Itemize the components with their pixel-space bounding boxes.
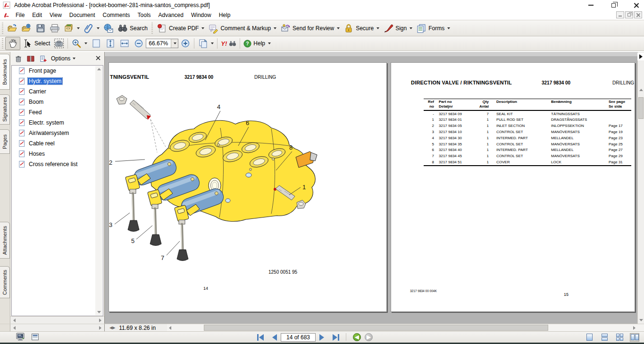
zoom-level-input[interactable] bbox=[146, 39, 171, 48]
new-bookmark-button[interactable] bbox=[39, 54, 47, 63]
forms-button[interactable]: Forms bbox=[414, 22, 452, 34]
bookmark-boom[interactable]: Boom bbox=[12, 97, 103, 107]
fit-page-button[interactable] bbox=[89, 37, 103, 50]
reading-mode-button[interactable] bbox=[31, 333, 39, 342]
scroll-up-button[interactable] bbox=[639, 89, 643, 91]
bookmark-feed[interactable]: Feed bbox=[12, 107, 103, 117]
close-panel-button[interactable] bbox=[96, 55, 100, 62]
bookmark-hydr-system[interactable]: Hydr. system bbox=[12, 76, 103, 86]
toolbar-grip[interactable] bbox=[1, 38, 4, 49]
scroll-right-button[interactable] bbox=[99, 326, 101, 330]
panel-splitter-handle[interactable]: ◀▶ bbox=[109, 326, 115, 330]
open-web-button[interactable] bbox=[19, 22, 33, 34]
bookmark-electr-system[interactable]: Electr. system bbox=[12, 117, 103, 128]
scroll-down-button[interactable] bbox=[639, 319, 643, 321]
help-button[interactable]: ? Help bbox=[242, 39, 273, 49]
menu-view[interactable]: View bbox=[46, 11, 66, 19]
fullscreen-button[interactable] bbox=[16, 333, 25, 342]
bookmark-hoses[interactable]: Hoses bbox=[12, 149, 103, 159]
scrollbar-thumb[interactable] bbox=[204, 325, 548, 331]
continuous-facing-button[interactable] bbox=[615, 333, 624, 342]
create-pdf-button[interactable]: Create PDF bbox=[155, 22, 206, 34]
bookmarks-footer-scrollbar[interactable] bbox=[10, 324, 105, 331]
save-button[interactable] bbox=[33, 22, 48, 34]
continuous-button[interactable] bbox=[600, 333, 609, 342]
next-page-button[interactable] bbox=[319, 334, 324, 341]
secure-button[interactable]: Secure bbox=[342, 22, 381, 34]
document-vertical-scrollbar[interactable] bbox=[637, 52, 644, 324]
search-button[interactable]: Search bbox=[116, 22, 150, 34]
fit-height-button[interactable] bbox=[103, 37, 117, 50]
document-minimize-button[interactable] bbox=[616, 11, 624, 18]
bookmark-air-watersystem[interactable]: Air/watersystem bbox=[12, 128, 103, 138]
document-pane[interactable]: TNINGSVENTIL 3217 9834 00 DRILLING bbox=[105, 52, 644, 324]
sign-button[interactable]: Sign bbox=[381, 22, 414, 34]
zoom-out-button[interactable] bbox=[132, 37, 146, 50]
scroll-right-button[interactable] bbox=[633, 326, 636, 330]
scrollbar-thumb[interactable] bbox=[638, 97, 644, 119]
tab-signatures[interactable]: Signatures bbox=[0, 94, 10, 125]
yahoo-search-button[interactable]: Y! bbox=[219, 39, 238, 48]
comment-markup-button[interactable]: Comment & Markup bbox=[206, 22, 278, 34]
delete-bookmark-button[interactable] bbox=[14, 54, 23, 63]
tab-comments[interactable]: Comments bbox=[0, 266, 10, 298]
last-page-button[interactable] bbox=[333, 334, 339, 341]
bookmark-front-page[interactable]: Front page bbox=[12, 66, 103, 76]
next-view-button[interactable]: ▶ bbox=[365, 333, 373, 341]
select-tool-button[interactable]: Select bbox=[20, 37, 52, 50]
single-page-button[interactable] bbox=[585, 333, 594, 342]
menu-edit[interactable]: Edit bbox=[28, 11, 46, 19]
toolbar-grip[interactable] bbox=[1, 22, 4, 34]
tab-pages[interactable]: Pages bbox=[0, 129, 10, 154]
facing-button[interactable] bbox=[630, 333, 639, 342]
menu-window[interactable]: Window bbox=[187, 11, 215, 19]
bookmark-cross-reference-list[interactable]: Cross reference list bbox=[12, 159, 103, 169]
bookmarks-vertical-scrollbar[interactable] bbox=[95, 66, 102, 315]
restore-button[interactable] bbox=[609, 1, 618, 9]
attach-button[interactable] bbox=[82, 22, 101, 34]
document-horizontal-scrollbar[interactable] bbox=[167, 324, 644, 331]
print-button[interactable] bbox=[48, 22, 62, 34]
zoom-level-dropdown[interactable] bbox=[171, 39, 178, 48]
close-button[interactable] bbox=[632, 1, 640, 9]
tab-bookmarks[interactable]: Bookmarks bbox=[0, 54, 10, 90]
previous-page-button[interactable] bbox=[272, 334, 277, 341]
document-close-button[interactable] bbox=[634, 11, 642, 18]
scroll-up-button[interactable] bbox=[97, 68, 101, 70]
fit-width-button[interactable] bbox=[117, 37, 132, 50]
email-button[interactable] bbox=[101, 22, 116, 34]
page-15[interactable]: DIRECTION VALVE / RIKTNINGSVENTIL 3217 9… bbox=[391, 62, 635, 312]
scroll-left-button[interactable] bbox=[169, 326, 171, 330]
menu-file[interactable]: File bbox=[12, 11, 28, 19]
organizer-button[interactable] bbox=[62, 22, 82, 34]
zoom-in-button[interactable] bbox=[178, 37, 192, 50]
document-restore-button[interactable] bbox=[625, 11, 633, 18]
menu-advanced[interactable]: Advanced bbox=[155, 11, 187, 19]
minimize-button[interactable] bbox=[586, 1, 595, 9]
snapshot-button[interactable] bbox=[52, 37, 66, 50]
previous-view-button[interactable]: ◀ bbox=[353, 333, 361, 341]
scroll-left-button[interactable] bbox=[13, 319, 16, 322]
toolbar-grip[interactable] bbox=[151, 22, 154, 34]
open-button[interactable] bbox=[5, 22, 19, 34]
first-page-button[interactable] bbox=[257, 334, 264, 341]
menu-help[interactable]: Help bbox=[215, 11, 234, 19]
page-14[interactable]: TNINGSVENTIL 3217 9834 00 DRILLING bbox=[109, 62, 387, 312]
scroll-down-button[interactable] bbox=[97, 311, 101, 313]
zoom-level-combobox[interactable] bbox=[146, 39, 178, 48]
options-menu-button[interactable]: Options bbox=[51, 55, 75, 62]
expand-bookmark-button[interactable] bbox=[26, 54, 35, 63]
bookmarks-horizontal-scrollbar[interactable] bbox=[10, 316, 104, 324]
page-number-field[interactable] bbox=[281, 333, 316, 342]
menu-comments[interactable]: Comments bbox=[99, 11, 134, 19]
tab-attachments[interactable]: Attachments bbox=[0, 222, 10, 259]
menu-document[interactable]: Document bbox=[66, 11, 99, 19]
scroll-right-button[interactable] bbox=[99, 319, 101, 322]
scroll-left-button[interactable] bbox=[13, 326, 16, 330]
zoom-tool-button[interactable] bbox=[69, 37, 89, 50]
page-display-button[interactable]: 1 bbox=[196, 37, 216, 50]
hand-tool-button[interactable] bbox=[5, 37, 20, 50]
bookmark-carrier[interactable]: Carrier bbox=[12, 86, 103, 97]
menu-tools[interactable]: Tools bbox=[134, 11, 155, 19]
toolbar-overflow-button[interactable] bbox=[637, 53, 644, 60]
